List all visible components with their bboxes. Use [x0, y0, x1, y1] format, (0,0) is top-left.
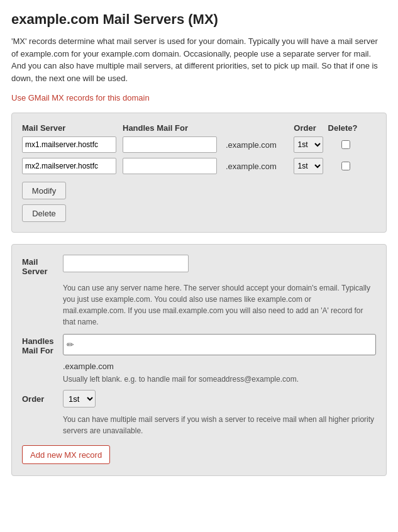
mail-server-hint: You can use any server name here. The se…	[22, 282, 376, 328]
domain-suffix-2: .example.com	[223, 162, 286, 171]
order-select-wrap: 1st 2nd 3rd 4th 5th	[63, 390, 96, 407]
handles-mail-for-row: Handles Mail For ✏	[22, 334, 376, 355]
col-header-handles-mail-for: Handles Mail For	[123, 123, 223, 133]
delete-checkbox-1[interactable]	[341, 140, 350, 149]
table-buttons: Modify Delete	[22, 182, 376, 222]
gmail-link[interactable]: Use GMail MX records for this domain	[11, 93, 150, 103]
modify-button[interactable]: Modify	[22, 182, 66, 199]
handles-mail-for-label: Handles Mail For	[22, 334, 63, 355]
handles-mail-for-wrap: ✏	[63, 334, 376, 355]
page-description: 'MX' records determine what mail server …	[11, 35, 387, 84]
order-select-1[interactable]: 1st 2nd 3rd 4th 5th	[294, 136, 323, 153]
table-row: .example.com 1st 2nd 3rd 4th 5th	[22, 136, 376, 153]
delete-button[interactable]: Delete	[22, 204, 66, 222]
col-header-mail-server: Mail Server	[22, 123, 123, 133]
col-header-order: Order	[283, 123, 327, 133]
table-row: .example.com 1st 2nd 3rd 4th 5th	[22, 158, 376, 174]
mail-server-input-1[interactable]	[22, 136, 116, 153]
order-select-2[interactable]: 1st 2nd 3rd 4th 5th	[294, 158, 323, 174]
domain-suffix-1: .example.com	[223, 140, 286, 150]
order-row: Order 1st 2nd 3rd 4th 5th	[22, 390, 376, 407]
multi-server-hint: You can have multiple mail servers if yo…	[22, 414, 376, 436]
col-header-delete: Delete?	[327, 123, 358, 133]
handles-mail-for-hint: Usually left blank. e.g. to handle mail …	[22, 375, 376, 384]
mail-server-label: Mail Server	[22, 255, 63, 276]
form-order-select[interactable]: 1st 2nd 3rd 4th 5th	[63, 390, 96, 407]
delete-checkbox-2[interactable]	[341, 162, 350, 170]
form-domain-suffix: .example.com	[22, 362, 376, 371]
handles-mail-for-input-1[interactable]	[123, 136, 217, 153]
add-mx-record-button[interactable]: Add new MX record	[22, 445, 110, 464]
mail-server-control	[63, 255, 376, 272]
order-label: Order	[22, 394, 63, 404]
add-mx-form-section: Mail Server You can use any server name …	[11, 244, 387, 476]
table-header: Mail Server Handles Mail For Order Delet…	[22, 123, 376, 133]
mx-table-section: Mail Server Handles Mail For Order Delet…	[11, 113, 387, 233]
form-handles-mail-for-input[interactable]	[63, 334, 376, 355]
mail-server-row: Mail Server	[22, 255, 376, 276]
handles-mail-for-input-2[interactable]	[123, 158, 217, 174]
page-title: example.com Mail Servers (MX)	[11, 11, 387, 28]
form-mail-server-input[interactable]	[63, 255, 189, 272]
mail-server-input-2[interactable]	[22, 158, 116, 174]
